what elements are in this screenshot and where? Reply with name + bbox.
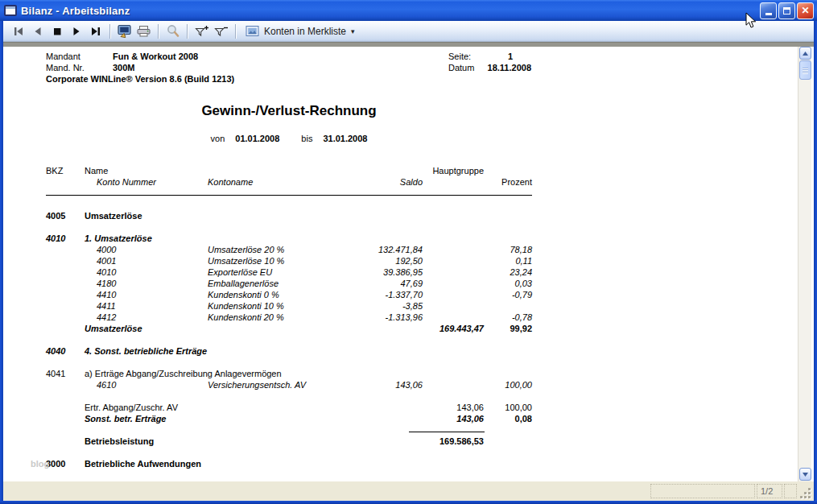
cell-prozent: 99,92 xyxy=(467,323,532,334)
window-border-right xyxy=(814,21,817,501)
print-icon xyxy=(137,25,151,38)
report-row: 4010Exporterlöse EU39.386,9523,24 xyxy=(3,266,798,278)
cell-konto: 4010 xyxy=(97,266,116,278)
toolbar-separator xyxy=(235,24,237,39)
resize-grip[interactable] xyxy=(800,488,811,498)
next-page-button[interactable] xyxy=(67,23,85,40)
col-prozent: Prozent xyxy=(467,177,532,187)
cell-saldo: 132.471,84 xyxy=(322,244,423,255)
header-rule xyxy=(46,195,532,196)
subtotal-rule xyxy=(409,432,485,432)
report-rule-row xyxy=(3,424,798,436)
filter-remove-button[interactable] xyxy=(212,23,230,40)
scroll-up-button[interactable] xyxy=(799,47,811,60)
cell-name: a) Erträge Abgang/Zuschreibung Anlagever… xyxy=(85,368,282,379)
vertical-scrollbar[interactable] xyxy=(798,47,811,481)
report-spacer-row xyxy=(3,447,798,458)
cell-prozent: 0,03 xyxy=(467,278,532,289)
cell-kontoname: Kundenskonti 10 % xyxy=(208,300,284,312)
window-titlebar[interactable]: Bilanz - Arbeitsbilanz ✕ xyxy=(0,0,817,21)
previous-page-icon xyxy=(31,25,44,38)
von-label: von xyxy=(211,134,225,143)
col-bkz: BKZ xyxy=(46,166,63,176)
close-button[interactable]: ✕ xyxy=(797,2,814,19)
cell-saldo: -1.337,70 xyxy=(322,289,423,300)
cell-name: Umsatzerlöse xyxy=(85,210,142,221)
previous-page-button[interactable] xyxy=(28,23,47,40)
cell-name: Betriebliche Aufwendungen xyxy=(85,458,201,469)
maximize-icon xyxy=(783,7,790,14)
mandnr-label: Mand. Nr. xyxy=(46,63,85,72)
report-row: Betriebsleistung169.586,53 xyxy=(3,436,798,447)
cell-kontoname: Versicherungsentsch. AV xyxy=(208,379,306,390)
scrollbar-thumb[interactable] xyxy=(799,60,811,80)
col-konto-nummer: Konto Nummer xyxy=(97,177,156,187)
cell-kontoname: Umsatzerlöse 10 % xyxy=(208,255,284,266)
version-line: Corporate WINLine® Version 8.6 (Build 12… xyxy=(46,74,234,84)
cell-kontoname: Kundenskonti 20 % xyxy=(208,312,284,323)
maximize-button[interactable] xyxy=(778,2,795,19)
report-row: 4412Kundenskonti 20 %-1.313,96-0,78 xyxy=(3,312,798,323)
report-row: 40404. Sonst. betriebliche Erträge xyxy=(3,345,798,357)
filter-add-button[interactable] xyxy=(192,23,211,40)
stop-button[interactable] xyxy=(47,23,66,40)
merkliste-image-icon xyxy=(246,25,259,37)
scroll-down-button[interactable] xyxy=(799,468,811,481)
report-period: von 01.01.2008 bis 31.01.2008 xyxy=(46,134,532,143)
first-page-button[interactable] xyxy=(9,23,27,40)
report-row: 4001Umsatzerlöse 10 %192,500,11 xyxy=(3,255,798,266)
merkliste-dropdown-button[interactable]: Konten in Merkliste ▾ xyxy=(241,23,360,40)
application-window: Bilanz - Arbeitsbilanz ✕ xyxy=(0,0,817,504)
cell-kontoname: Exporterlöse EU xyxy=(208,266,272,278)
cell-saldo: 47,69 xyxy=(322,278,423,289)
report-row: 4000Umsatzerlöse 20 %132.471,8478,18 xyxy=(3,244,798,255)
chevron-down-icon: ▾ xyxy=(351,27,355,35)
report-row: Ertr. Abgang/Zuschr. AV143,06100,00 xyxy=(3,402,798,413)
last-page-icon xyxy=(89,25,102,38)
mandnr-value: 300M xyxy=(113,63,135,72)
datum-value: 18.11.2008 xyxy=(467,63,531,72)
cell-kontoname: Umsatzerlöse 20 % xyxy=(208,244,284,255)
report-page: Mandant Fun & Workout 2008 Mand. Nr. 300… xyxy=(3,47,798,481)
cell-prozent: -0,79 xyxy=(467,289,532,300)
cell-bkz: 4005 xyxy=(46,210,65,221)
zoom-button[interactable] xyxy=(163,23,182,40)
cell-konto: 4000 xyxy=(97,244,116,255)
cell-konto: 4610 xyxy=(97,379,116,390)
print-preview-button[interactable] xyxy=(115,23,134,40)
report-spacer-row xyxy=(3,334,798,345)
report-row: 4411Kundenskonti 10 %-3,85 xyxy=(3,300,798,312)
cell-name: Sonst. betr. Erträge xyxy=(85,413,166,424)
cell-bkz: 4010 xyxy=(46,233,65,244)
watermark-text: blog xyxy=(31,459,49,469)
report-preview-area[interactable]: Mandant Fun & Workout 2008 Mand. Nr. 300… xyxy=(3,47,798,481)
mandant-value: Fun & Workout 2008 xyxy=(113,52,198,61)
von-date: 01.01.2008 xyxy=(235,134,279,143)
minimize-button[interactable] xyxy=(760,2,777,19)
report-row: 4180Emballagenerlöse47,690,03 xyxy=(3,278,798,289)
seite-value: 1 xyxy=(467,52,513,61)
bis-date: 31.01.2008 xyxy=(323,134,367,143)
minimize-icon xyxy=(765,13,772,15)
report-rows: 4005Umsatzerlöse40101. Umsatzerlöse4000U… xyxy=(3,210,798,469)
cell-konto: 4410 xyxy=(97,289,116,300)
print-button[interactable] xyxy=(134,23,153,40)
report-row: 4041a) Erträge Abgang/Zuschreibung Anlag… xyxy=(3,368,798,379)
next-page-icon xyxy=(70,25,83,38)
cell-bkz: 4041 xyxy=(46,368,65,379)
window-border-bottom xyxy=(0,501,817,504)
report-title: Gewinn-/Verlust-Rechnung xyxy=(46,103,532,119)
report-row: 4410Kundenskonti 0 %-1.337,70-0,79 xyxy=(3,289,798,300)
cell-saldo: 39.386,95 xyxy=(322,266,423,278)
cell-konto: 4412 xyxy=(97,312,116,323)
last-page-button[interactable] xyxy=(86,23,105,40)
cell-name: 1. Umsatzerlöse xyxy=(85,233,152,244)
cell-prozent: 100,00 xyxy=(467,379,532,390)
cell-konto: 4411 xyxy=(97,300,116,312)
zoom-icon xyxy=(166,24,180,38)
status-field-empty xyxy=(650,484,755,498)
cell-bkz: 4040 xyxy=(46,345,65,357)
window-title: Bilanz - Arbeitsbilanz xyxy=(21,5,130,17)
cell-saldo: -3,85 xyxy=(322,300,423,312)
cell-kontoname: Emballagenerlöse xyxy=(208,278,279,289)
